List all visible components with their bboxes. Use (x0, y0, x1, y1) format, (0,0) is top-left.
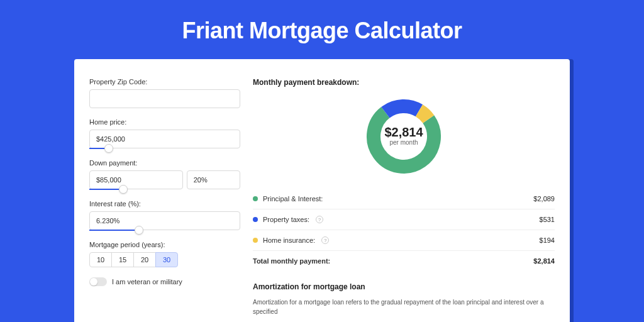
page-title: Friant Mortgage Calculator (0, 0, 644, 59)
down-payment-slider[interactable] (89, 189, 187, 190)
veteran-toggle-row: I am veteran or military (89, 277, 240, 286)
help-icon[interactable]: ? (321, 236, 329, 244)
donut-center-amount: $2,814 (384, 125, 423, 139)
legend-label: Home insurance: (263, 236, 315, 244)
down-payment-input[interactable] (89, 170, 183, 189)
inputs-column: Property Zip Code: Home price: Down paym… (89, 78, 240, 304)
down-payment-label: Down payment: (89, 159, 240, 167)
period-label: Mortgage period (years): (89, 241, 240, 248)
breakdown-column: Monthly payment breakdown: $2,814 per mo… (253, 78, 555, 304)
period-option-30[interactable]: 30 (155, 252, 178, 267)
amortization-title: Amortization for mortgage loan (253, 282, 555, 291)
down-payment-field-group: Down payment: (89, 159, 240, 190)
slider-thumb-icon[interactable] (104, 144, 113, 153)
donut-chart: $2,814 per month (253, 96, 555, 177)
home-price-slider[interactable] (89, 148, 240, 149)
legend-label: Property taxes: (263, 216, 309, 223)
calculator-card: Property Zip Code: Home price: Down paym… (74, 59, 570, 322)
donut-center-label: per month (389, 139, 418, 146)
legend-row-taxes: Property taxes: ? $531 (253, 209, 555, 230)
legend-label: Principal & Interest: (263, 195, 323, 203)
legend-value: $194 (540, 236, 555, 244)
home-price-field-group: Home price: (89, 118, 240, 149)
period-option-10[interactable]: 10 (89, 252, 112, 267)
help-icon[interactable]: ? (316, 216, 323, 223)
period-field-group: Mortgage period (years): 10 15 20 30 (89, 241, 240, 267)
legend-dot-icon (253, 196, 258, 201)
legend-dot-icon (253, 217, 258, 222)
down-payment-pct-input[interactable] (187, 170, 240, 189)
toggle-knob-icon (90, 278, 97, 286)
zip-field-group: Property Zip Code: (89, 78, 240, 108)
slider-thumb-icon[interactable] (119, 185, 128, 194)
slider-thumb-icon[interactable] (135, 226, 143, 235)
zip-label: Property Zip Code: (89, 78, 240, 86)
legend-dot-icon (253, 238, 258, 243)
legend-value: $2,089 (533, 195, 555, 203)
period-button-group: 10 15 20 30 (89, 252, 240, 267)
zip-input[interactable] (89, 89, 240, 108)
amortization-text: Amortization for a mortgage loan refers … (253, 297, 555, 316)
breakdown-title: Monthly payment breakdown: (253, 78, 555, 87)
interest-rate-field-group: Interest rate (%): (89, 200, 240, 231)
interest-rate-slider[interactable] (89, 230, 240, 231)
veteran-toggle[interactable] (89, 277, 107, 286)
period-option-15[interactable]: 15 (111, 252, 134, 267)
interest-rate-input[interactable] (89, 211, 240, 230)
legend-value: $531 (540, 216, 555, 223)
legend-row-total: Total monthly payment: $2,814 (253, 251, 555, 271)
legend-label: Total monthly payment: (253, 257, 330, 265)
legend-value: $2,814 (533, 257, 555, 265)
home-price-label: Home price: (89, 118, 240, 126)
legend-row-insurance: Home insurance: ? $194 (253, 230, 555, 251)
interest-rate-label: Interest rate (%): (89, 200, 240, 208)
legend-row-principal: Principal & Interest: $2,089 (253, 189, 555, 209)
veteran-label: I am veteran or military (112, 278, 182, 286)
period-option-20[interactable]: 20 (133, 252, 156, 267)
